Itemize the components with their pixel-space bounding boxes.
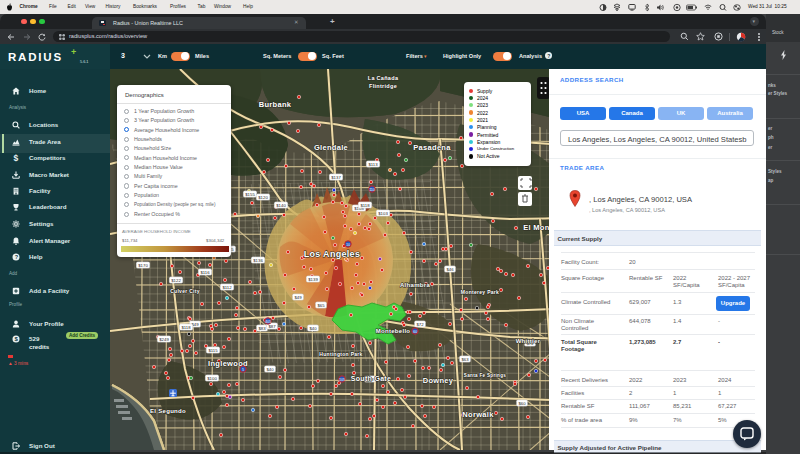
svg-text:$103: $103 [378,211,388,216]
svg-text:$113: $113 [368,162,378,167]
svg-text:$65: $65 [317,303,325,308]
svg-text:$139: $139 [308,277,318,282]
svg-text:$87: $87 [268,324,276,329]
svg-text:$122: $122 [171,278,181,283]
svg-text:Montebello: Montebello [376,328,411,334]
svg-text:Santa Fe Springs: Santa Fe Springs [464,373,506,378]
svg-text:$118: $118 [181,325,191,330]
svg-text:$112: $112 [222,285,232,290]
svg-text:$155: $155 [245,192,255,197]
svg-text:10: 10 [346,243,350,247]
svg-text:$: $ [14,154,19,162]
svg-text:Whittier: Whittier [516,338,541,344]
svg-text:105: 105 [339,378,345,382]
svg-text:Flintridge: Flintridge [369,83,397,89]
svg-text:$115: $115 [208,348,218,353]
svg-text:$118: $118 [360,203,370,208]
svg-text:Culver City: Culver City [170,288,200,294]
svg-text:Burbank: Burbank [259,100,292,109]
svg-text:South Gate: South Gate [351,375,391,382]
svg-text:Norwalk: Norwalk [462,410,494,419]
svg-text:Alhambra: Alhambra [400,282,430,288]
svg-text:$116: $116 [200,270,210,275]
svg-text:$170: $170 [138,263,148,268]
svg-text:Los Angeles: Los Angeles [304,249,360,259]
svg-text:$49: $49 [294,295,302,300]
svg-text:60: 60 [413,330,417,334]
svg-text:$137: $137 [331,175,341,180]
svg-text:$40: $40 [309,326,317,331]
svg-text:La Cañada: La Cañada [368,75,399,81]
svg-text:$136: $136 [253,258,263,263]
svg-text:$249: $249 [159,337,169,342]
svg-text:$60: $60 [518,401,526,406]
svg-text:$100: $100 [207,376,217,381]
svg-text:5: 5 [242,368,244,372]
svg-text:$83: $83 [258,326,266,331]
svg-text:Monterey Park: Monterey Park [461,289,499,295]
svg-text:110: 110 [369,188,375,192]
svg-text:$63: $63 [461,357,469,362]
svg-text:Downey: Downey [423,376,454,385]
svg-text:$120: $120 [258,195,268,200]
svg-text:El Segundo: El Segundo [150,408,186,414]
svg-text:Huntington Park: Huntington Park [319,351,362,357]
svg-text:$140: $140 [276,203,286,208]
svg-text:$40: $40 [266,367,274,372]
svg-text:$72: $72 [416,322,424,327]
svg-text:Glendale: Glendale [314,143,348,152]
svg-text:$46: $46 [446,267,454,272]
svg-text:Pasadena: Pasadena [413,143,451,152]
svg-text:405: 405 [265,320,271,324]
